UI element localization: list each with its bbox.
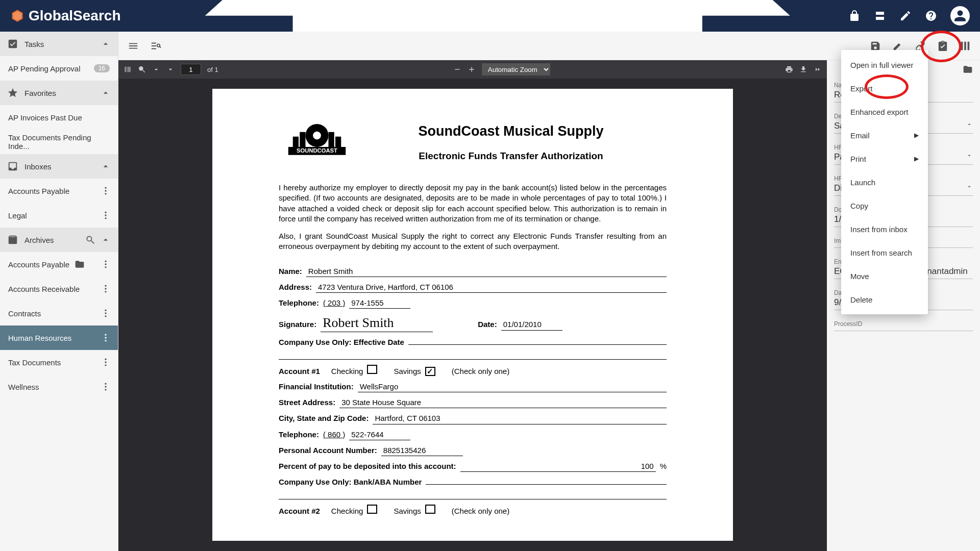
svg-point-20	[105, 364, 106, 366]
search-list-icon[interactable]	[150, 40, 161, 52]
sidebar-item-fav[interactable]: AP Invoices Past Due	[0, 105, 118, 130]
svg-point-12	[105, 310, 106, 311]
svg-point-14	[105, 315, 106, 317]
sidebar-section-favorites[interactable]: Favorites	[0, 81, 118, 105]
columns-icon[interactable]	[960, 40, 971, 52]
dropdown-arrow-icon[interactable]	[966, 121, 973, 130]
more-vert-icon[interactable]	[101, 210, 111, 220]
menu-item[interactable]: Move	[841, 264, 928, 288]
search-icon[interactable]	[138, 65, 146, 73]
tasks-icon	[7, 38, 18, 49]
property-field[interactable]: ProcessID	[834, 320, 973, 331]
brand-text: GlobalSearch	[29, 8, 121, 24]
sidebar-section-tasks[interactable]: Tasks	[0, 32, 118, 56]
field-label: City, State and Zip Code:	[279, 413, 369, 423]
page-of-label: of 1	[207, 66, 218, 73]
svg-text:SOUNDCOAST: SOUNDCOAST	[297, 147, 337, 154]
sidebar-section-inboxes[interactable]: Inboxes	[0, 154, 118, 179]
more-vert-icon[interactable]	[101, 357, 111, 367]
search-icon[interactable]	[85, 235, 95, 245]
sidebar-item-archive-active[interactable]: Human Resources	[0, 325, 118, 350]
signature-value: Robert Smith	[321, 314, 433, 332]
sidebar-item-archive[interactable]: Wellness	[0, 374, 118, 399]
zoom-select[interactable]: Automatic Zoom	[482, 63, 550, 76]
topbar: GlobalSearch	[0, 0, 980, 32]
zoom-out-icon[interactable]	[453, 65, 461, 73]
menu-item[interactable]: Copy	[841, 194, 928, 217]
sidebar-toggle-icon[interactable]	[124, 65, 132, 73]
more-vert-icon[interactable]	[101, 259, 111, 269]
menu-item[interactable]: Open in full viewer	[841, 53, 928, 77]
sidebar-item-archive[interactable]: Accounts Payable	[0, 252, 118, 277]
page-input[interactable]	[181, 64, 201, 75]
more-vert-icon[interactable]	[101, 333, 111, 343]
field-label: Date:	[478, 319, 497, 330]
server-icon[interactable]	[874, 10, 886, 22]
page-down-icon[interactable]	[166, 65, 175, 73]
field-value: 01/01/2010	[501, 319, 562, 330]
property-value	[834, 328, 973, 329]
menu-icon[interactable]	[128, 40, 139, 52]
field-value: 522-7644	[349, 430, 410, 440]
field-value: Robert Smith	[306, 266, 667, 277]
sidebar-item-inbox[interactable]: Accounts Payable	[0, 179, 118, 203]
doc-paragraph: Also, I grant SoundCoast Musical Supply …	[279, 231, 667, 252]
download-icon[interactable]	[799, 65, 807, 73]
sidebar-item-archive[interactable]: Accounts Receivable	[0, 277, 118, 301]
more-vert-icon[interactable]	[101, 186, 111, 196]
page-up-icon[interactable]	[152, 65, 160, 73]
edit-icon[interactable]	[899, 10, 912, 22]
field-label: Signature:	[279, 319, 316, 330]
dropdown-arrow-icon[interactable]	[966, 152, 973, 161]
more-vert-icon[interactable]	[101, 308, 111, 318]
field-label: Address:	[279, 282, 312, 292]
menu-item[interactable]: Launch	[841, 170, 928, 194]
page-area[interactable]: SOUNDCOAST SoundCoast Musical Supply Ele…	[118, 79, 827, 551]
field-label: Financial Institution:	[279, 382, 354, 392]
svg-point-10	[105, 288, 106, 289]
zoom-in-icon[interactable]	[468, 65, 476, 73]
menu-item[interactable]: Insert from search	[841, 241, 928, 264]
menu-item[interactable]: Insert from inbox	[841, 217, 928, 241]
doc-paragraph: I hereby authorize my employer to direct…	[279, 183, 667, 224]
more-vert-icon[interactable]	[101, 382, 111, 392]
field-label: Percent of pay to be deposited into this…	[279, 461, 456, 471]
lock-icon[interactable]	[848, 10, 861, 22]
svg-point-7	[105, 263, 106, 265]
clipboard-check-icon[interactable]	[937, 40, 948, 52]
svg-point-23	[105, 389, 106, 390]
help-icon[interactable]	[925, 10, 937, 22]
menu-item[interactable]: Delete	[841, 288, 928, 311]
field-value: 100	[460, 461, 656, 472]
folder-icon[interactable]	[963, 64, 973, 74]
field-label: Telephone:	[279, 430, 319, 440]
context-menu: Open in full viewerExportEnhanced export…	[841, 50, 928, 314]
sidebar-item-inbox[interactable]: Legal	[0, 203, 118, 228]
sidebar-item-archive[interactable]: Contracts	[0, 301, 118, 325]
star-icon	[7, 87, 18, 98]
menu-item[interactable]: Export	[841, 77, 928, 100]
svg-point-13	[105, 312, 106, 314]
more-vert-icon[interactable]	[101, 284, 111, 294]
sidebar: Tasks AP Pending Approval 16 Favorites A…	[0, 32, 118, 551]
menu-item[interactable]: Print▶	[841, 147, 928, 170]
print-icon[interactable]	[785, 65, 793, 73]
chevron-up-icon	[101, 39, 111, 49]
count-badge: 16	[94, 64, 110, 72]
sidebar-item-archive[interactable]: Tax Documents	[0, 350, 118, 374]
menu-item[interactable]: Enhanced export	[841, 100, 928, 123]
sidebar-item-task[interactable]: AP Pending Approval 16	[0, 56, 118, 81]
field-label: Personal Account Number:	[279, 445, 377, 456]
svg-rect-29	[293, 137, 299, 147]
sidebar-section-archives[interactable]: Archives	[0, 228, 118, 252]
checkbox-empty	[367, 505, 377, 514]
user-avatar[interactable]	[950, 6, 970, 26]
property-label: ProcessID	[834, 320, 973, 328]
svg-point-21	[105, 383, 106, 385]
tools-chevrons-icon[interactable]	[814, 65, 822, 73]
dropdown-arrow-icon[interactable]	[966, 183, 973, 192]
menu-item[interactable]: Email▶	[841, 123, 928, 147]
sidebar-item-fav[interactable]: Tax Documents Pending Inde...	[0, 130, 118, 154]
field-label: Savings	[394, 366, 421, 377]
svg-rect-32	[335, 137, 341, 147]
